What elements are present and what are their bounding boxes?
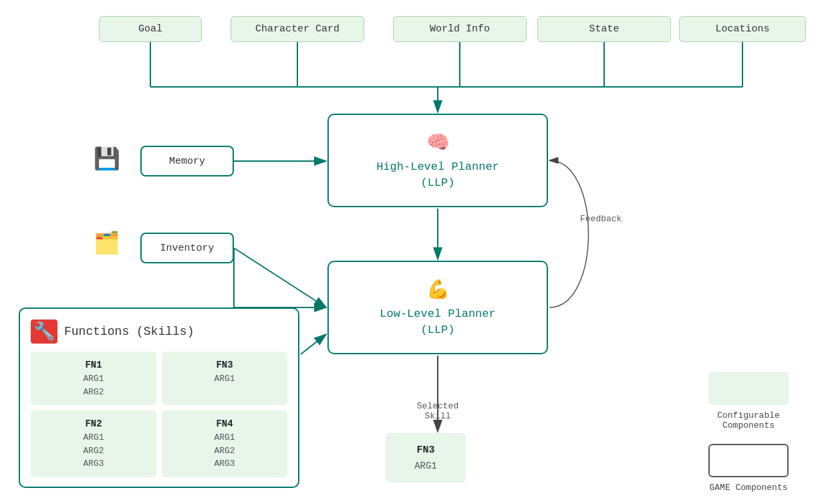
functions-skills-box: 🔧 Functions (Skills) FN1 ARG1 ARG2 FN3 A…	[19, 307, 299, 488]
input-box-character-card: Character Card	[231, 16, 364, 42]
inventory-box: Inventory	[140, 233, 234, 263]
low-level-planner-box: 💪 Low-Level Planner(LLP)	[327, 261, 548, 354]
inventory-label: Inventory	[160, 243, 214, 254]
functions-title: 🔧 Functions (Skills)	[31, 320, 287, 344]
fn4-cell: FN4 ARG1 ARG2 ARG3	[162, 410, 287, 477]
functions-grid: FN1 ARG1 ARG2 FN3 ARG1 FN2 ARG1 ARG2 ARG…	[31, 352, 287, 477]
legend-green-box	[708, 372, 789, 405]
legend-white-box	[708, 444, 789, 477]
low-level-planner-label: Low-Level Planner(LLP)	[380, 306, 495, 338]
functions-title-label: Functions (Skills)	[64, 325, 194, 338]
memory-box: Memory	[140, 146, 234, 176]
state-label: State	[589, 23, 619, 35]
selected-skill-box: FN3 ARG1	[386, 433, 466, 483]
game-components-text: GAME Components	[709, 483, 787, 493]
tools-icon: 🔧	[31, 320, 57, 344]
goal-label: Goal	[138, 23, 162, 35]
floppy-disk-icon: 💾	[94, 146, 120, 172]
input-box-goal: Goal	[99, 16, 202, 42]
fn2-cell: FN2 ARG1 ARG2 ARG3	[31, 410, 156, 477]
fn3-cell: FN3 ARG1	[162, 352, 287, 405]
input-box-locations: Locations	[679, 16, 806, 42]
svg-line-14	[301, 334, 326, 354]
input-box-world-info: World Info	[393, 16, 527, 42]
svg-line-11	[234, 248, 326, 307]
legend-configurable-label: Configurable Components	[708, 410, 789, 430]
high-level-planner-label: High-Level Planner(LLP)	[376, 159, 499, 191]
memory-label: Memory	[169, 156, 205, 167]
brain-emoji: 🧠	[426, 130, 450, 156]
feedback-text: Feedback	[580, 214, 622, 224]
selected-skill-label: SelectedSkill	[394, 401, 481, 421]
input-box-state: State	[537, 16, 671, 42]
legend-game-label: GAME Components	[708, 483, 789, 493]
configurable-text: Configurable Components	[717, 410, 780, 430]
filing-cabinet-icon: 🗂️	[94, 230, 120, 257]
feedback-label: Feedback	[580, 214, 622, 224]
locations-label: Locations	[715, 23, 769, 35]
character-card-label: Character Card	[255, 23, 339, 35]
selected-skill-text: SelectedSkill	[417, 401, 458, 421]
world-info-label: World Info	[430, 23, 490, 35]
high-level-planner-box: 🧠 High-Level Planner(LLP)	[327, 114, 548, 207]
muscle-emoji: 💪	[426, 277, 450, 303]
fn1-cell: FN1 ARG1 ARG2	[31, 352, 156, 405]
